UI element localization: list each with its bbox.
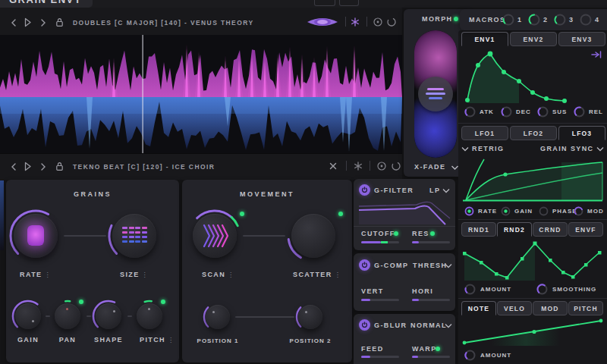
top-bar: GRAIN ENVY: [0, 0, 607, 8]
tab-crnd[interactable]: CRND: [533, 222, 568, 237]
position1-knob[interactable]: [202, 301, 234, 333]
keytrack-amount-knob[interactable]: [464, 350, 476, 361]
warp-label: WARP: [412, 345, 437, 353]
rate-toggle[interactable]: [464, 206, 474, 216]
tab-note[interactable]: NOTE: [461, 301, 496, 315]
tab-env2[interactable]: ENV2: [510, 32, 557, 46]
dec-knob[interactable]: [501, 106, 512, 118]
tab-lfo2[interactable]: LFO2: [510, 126, 557, 140]
mod-toggle[interactable]: [574, 206, 583, 216]
atk-knob[interactable]: [464, 106, 476, 118]
macro-knob-4[interactable]: [580, 14, 592, 26]
scan-knob[interactable]: [187, 208, 243, 264]
sus-knob[interactable]: [537, 106, 549, 118]
power-icon[interactable]: [359, 184, 370, 196]
grain-sync-dropdown[interactable]: GRAIN SYNC: [540, 144, 605, 155]
shape-knob[interactable]: [91, 299, 126, 334]
macro-knob-2[interactable]: [528, 14, 540, 26]
tab-velo[interactable]: VELO: [497, 301, 532, 315]
rate-knob-label-row: RATE: [20, 271, 52, 278]
lock-icon[interactable]: [55, 17, 64, 27]
divider: [458, 123, 607, 124]
tab-rnd1[interactable]: RND1: [461, 222, 496, 237]
tab-env1[interactable]: ENV1: [461, 32, 508, 46]
freeze-icon[interactable]: [354, 162, 363, 171]
env-end-mode-icon[interactable]: [590, 50, 602, 59]
next-sample-icon[interactable]: [40, 162, 46, 171]
gain-toggle[interactable]: [501, 206, 511, 216]
topbar-button-stub[interactable]: [314, 0, 335, 6]
loop-icon[interactable]: [391, 161, 401, 171]
grains-panel: GRAINS RATE SIZE: [6, 180, 179, 362]
size-knob[interactable]: [106, 208, 162, 264]
scatter-mod-dot: [338, 212, 343, 216]
morph-slider[interactable]: [414, 30, 457, 158]
menu-dots-icon[interactable]: [42, 271, 52, 278]
gain-label: GAIN: [17, 336, 39, 344]
grain-lens-icon[interactable]: [306, 16, 339, 28]
target-icon[interactable]: [373, 17, 383, 27]
keytrack-graph[interactable]: [461, 317, 604, 347]
warp-slider[interactable]: [412, 356, 450, 358]
tab-mod[interactable]: MOD: [533, 301, 568, 315]
scatter-knob[interactable]: [285, 208, 341, 264]
gfilter-mode-dropdown[interactable]: LP: [429, 187, 452, 196]
topbar-button-stub[interactable]: [339, 0, 359, 6]
knob-connector: [64, 235, 106, 237]
play-icon[interactable]: [24, 17, 32, 27]
tab-pitch[interactable]: PITCH: [568, 301, 603, 315]
play-icon[interactable]: [24, 162, 32, 171]
tab-lfo3[interactable]: LFO3: [558, 126, 605, 140]
rel-knob[interactable]: [574, 106, 585, 118]
morph-handle[interactable]: [418, 77, 453, 111]
macro-knob-1[interactable]: [502, 14, 514, 26]
loop-icon[interactable]: [386, 17, 397, 27]
gfilter-panel: G-FILTER LP CUTOFF RES: [354, 179, 455, 250]
pitch-knob[interactable]: [132, 299, 167, 334]
menu-dots-icon[interactable]: [140, 271, 149, 278]
menu-dots-icon[interactable]: [225, 271, 234, 278]
rnd-graph[interactable]: [461, 238, 604, 281]
retrig-label: RETRIG: [472, 145, 504, 152]
prev-sample-icon[interactable]: [11, 162, 17, 171]
cutoff-slider[interactable]: [361, 241, 399, 243]
tab-envf[interactable]: ENVF: [568, 222, 603, 237]
power-icon[interactable]: [359, 259, 370, 271]
lock-icon[interactable]: [55, 162, 64, 171]
rate-knob[interactable]: [8, 208, 64, 264]
pan-knob[interactable]: [50, 299, 85, 334]
feed-slider[interactable]: [361, 356, 399, 358]
phase-toggle[interactable]: [539, 206, 549, 216]
macro-knob-3[interactable]: [554, 14, 566, 26]
power-icon[interactable]: [359, 319, 370, 331]
gcomp-mode-dropdown[interactable]: THRESH: [413, 262, 452, 271]
menu-dots-icon[interactable]: [165, 336, 175, 344]
scan-mod-dot: [240, 212, 244, 216]
position2-knob[interactable]: [294, 301, 326, 333]
next-sample-icon[interactable]: [40, 18, 46, 27]
filter-curve[interactable]: [355, 199, 454, 226]
waveform-display[interactable]: [0, 35, 402, 153]
lfo-graph[interactable]: [461, 158, 604, 202]
tab-rnd2[interactable]: RND2: [497, 222, 532, 237]
grains-title: GRAINS: [74, 190, 112, 198]
retrig-dropdown[interactable]: RETRIG: [461, 144, 514, 155]
gain-knob[interactable]: [11, 299, 46, 334]
tab-lfo1[interactable]: LFO1: [461, 126, 508, 140]
env-graph[interactable]: [461, 47, 604, 103]
res-slider[interactable]: [412, 241, 450, 243]
freeze-icon[interactable]: [351, 17, 360, 27]
prev-sample-icon[interactable]: [11, 18, 17, 27]
hori-slider[interactable]: [412, 299, 450, 301]
tab-env3[interactable]: ENV3: [558, 32, 605, 46]
divider: [345, 17, 346, 27]
sus-label: SUS: [552, 108, 567, 115]
gblur-mode-dropdown[interactable]: NORMAL: [410, 322, 452, 331]
target-icon[interactable]: [376, 161, 387, 171]
vert-slider[interactable]: [361, 299, 399, 301]
rnd-amount-knob[interactable]: [464, 284, 476, 295]
close-icon[interactable]: [329, 162, 338, 171]
rnd-smoothing-knob[interactable]: [536, 284, 548, 295]
menu-dots-icon[interactable]: [332, 271, 341, 278]
macro-4-label: 4: [595, 16, 599, 24]
